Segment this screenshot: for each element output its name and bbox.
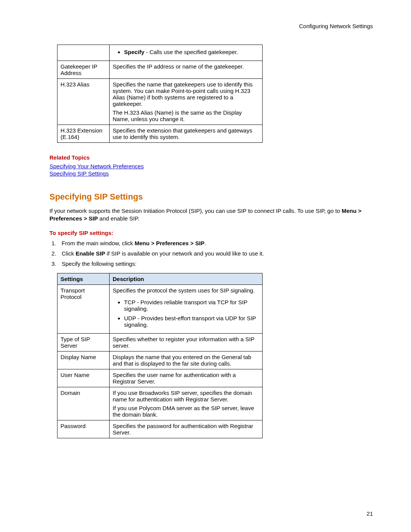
step-item: Click Enable SIP if SIP is available on … xyxy=(58,250,373,257)
description-cell: Specifies the IP address or name of the … xyxy=(110,61,263,79)
table-row: H.323 Alias Specifies the name that gate… xyxy=(57,79,263,125)
text: Click xyxy=(62,250,76,257)
bold-text: Enable SIP xyxy=(76,250,105,257)
header-title: Configuring Network Settings xyxy=(49,23,373,29)
table-row: Specify - Calls use the specified gateke… xyxy=(57,45,263,61)
table-row: User Name Specifies the user name for au… xyxy=(57,369,263,387)
page: Configuring Network Settings Specify - C… xyxy=(0,0,411,532)
setting-cell: Password xyxy=(57,420,110,438)
text: if SIP is available on your network and … xyxy=(105,250,264,257)
table-row: H.323 Extension (E.164) Specifies the ex… xyxy=(57,125,263,143)
text: Specifies the name that gatekeepers use … xyxy=(113,81,259,107)
setting-cell: H.323 Extension (E.164) xyxy=(57,125,110,143)
link-network-preferences[interactable]: Specifying Your Network Preferences xyxy=(49,163,373,169)
description-cell: Specify - Calls use the specified gateke… xyxy=(110,45,263,61)
setting-cell: Type of SIP Server xyxy=(57,333,110,351)
table-row: Display Name Displays the name that you … xyxy=(57,351,263,369)
setting-cell: Domain xyxy=(57,387,110,420)
section-intro: If your network supports the Session Ini… xyxy=(49,207,373,223)
table-row: Gatekeeper IP Address Specifies the IP a… xyxy=(57,61,263,79)
section-heading-sip: Specifying SIP Settings xyxy=(49,192,373,202)
text: If you use Polycom DMA server as the SIP… xyxy=(113,405,259,418)
text: - Calls use the specified gatekeeper. xyxy=(144,49,238,55)
subheading-specify-sip: To specify SIP settings: xyxy=(49,230,373,236)
column-header-description: Description xyxy=(110,273,263,284)
description-cell: Specifies whether to register your infor… xyxy=(110,333,263,351)
text: If your network supports the Session Ini… xyxy=(49,208,342,214)
description-cell: Displays the name that you entered on th… xyxy=(110,351,263,369)
link-sip-settings[interactable]: Specifying SIP Settings xyxy=(49,170,373,177)
step-item: From the main window, click Menu > Prefe… xyxy=(58,240,373,246)
description-cell: Specifies the name that gatekeepers use … xyxy=(110,79,263,125)
text: If you use Broadworks SIP server, specif… xyxy=(113,390,259,403)
sip-settings-table: Settings Description Transport Protocol … xyxy=(57,273,263,438)
step-item: Specify the following settings: xyxy=(58,260,373,267)
text: . xyxy=(204,240,206,246)
setting-cell: User Name xyxy=(57,369,110,387)
description-cell: Specifies the protocol the system uses f… xyxy=(110,284,263,333)
text: and enable SIP. xyxy=(98,215,139,222)
setting-cell: Transport Protocol xyxy=(57,284,110,333)
setting-cell: Display Name xyxy=(57,351,110,369)
bold-text: Specify xyxy=(124,49,144,55)
text: Specifies the protocol the system uses f… xyxy=(113,287,259,294)
table-row: Password Specifies the password for auth… xyxy=(57,420,263,438)
column-header-settings: Settings xyxy=(57,273,110,284)
related-topics-heading: Related Topics xyxy=(49,154,373,161)
text: The H.323 Alias (Name) is the same as th… xyxy=(113,109,259,122)
description-cell: If you use Broadworks SIP server, specif… xyxy=(110,387,263,420)
text: From the main window, click xyxy=(62,240,135,246)
description-cell: Specifies the password for authenticatio… xyxy=(110,420,263,438)
description-cell: Specifies the user name for authenticati… xyxy=(110,369,263,387)
description-cell: Specifies the extension that gatekeepers… xyxy=(110,125,263,143)
page-number: 21 xyxy=(366,510,373,517)
table-header-row: Settings Description xyxy=(57,273,263,284)
table-row: Type of SIP Server Specifies whether to … xyxy=(57,333,263,351)
bold-text: Menu > Preferences > SIP xyxy=(135,240,204,246)
table-row: Domain If you use Broadworks SIP server,… xyxy=(57,387,263,420)
h323-settings-table: Specify - Calls use the specified gateke… xyxy=(57,45,263,143)
table-row: Transport Protocol Specifies the protoco… xyxy=(57,284,263,333)
setting-cell xyxy=(57,45,110,61)
bullet-item: TCP - Provides reliable transport via TC… xyxy=(124,299,259,312)
bullet-item: Specify - Calls use the specified gateke… xyxy=(124,49,259,55)
setting-cell: H.323 Alias xyxy=(57,79,110,125)
bullet-item: UDP - Provides best-effort transport via… xyxy=(124,315,259,328)
setting-cell: Gatekeeper IP Address xyxy=(57,61,110,79)
steps-list: From the main window, click Menu > Prefe… xyxy=(58,240,373,267)
